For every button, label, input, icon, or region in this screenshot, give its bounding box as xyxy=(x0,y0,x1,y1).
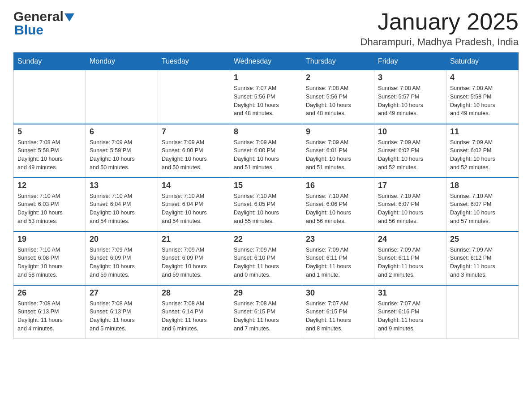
day-number: 24 xyxy=(378,235,442,244)
day-info: Sunrise: 7:10 AM Sunset: 6:04 PM Dayligh… xyxy=(90,192,154,226)
col-header-sunday: Sunday xyxy=(14,53,86,70)
day-number: 22 xyxy=(234,235,298,244)
calendar-cell: 28Sunrise: 7:08 AM Sunset: 6:14 PM Dayli… xyxy=(158,285,230,339)
day-number: 11 xyxy=(450,127,515,137)
calendar-cell: 5Sunrise: 7:08 AM Sunset: 5:58 PM Daylig… xyxy=(14,124,86,178)
day-number: 15 xyxy=(234,181,298,190)
day-number: 18 xyxy=(450,181,515,190)
col-header-thursday: Thursday xyxy=(302,53,374,70)
col-header-monday: Monday xyxy=(86,53,158,70)
calendar-week-row: 1Sunrise: 7:07 AM Sunset: 5:56 PM Daylig… xyxy=(14,70,519,124)
day-info: Sunrise: 7:08 AM Sunset: 5:58 PM Dayligh… xyxy=(17,138,82,172)
day-number: 16 xyxy=(306,181,370,190)
calendar-cell: 12Sunrise: 7:10 AM Sunset: 6:03 PM Dayli… xyxy=(14,178,86,231)
calendar-table: SundayMondayTuesdayWednesdayThursdayFrid… xyxy=(13,52,519,339)
day-info: Sunrise: 7:09 AM Sunset: 6:09 PM Dayligh… xyxy=(162,246,226,279)
day-number: 17 xyxy=(378,181,442,190)
calendar-week-row: 12Sunrise: 7:10 AM Sunset: 6:03 PM Dayli… xyxy=(14,178,519,231)
calendar-cell: 13Sunrise: 7:10 AM Sunset: 6:04 PM Dayli… xyxy=(86,178,158,231)
day-number: 14 xyxy=(162,181,226,190)
day-number: 13 xyxy=(90,181,154,190)
day-number: 28 xyxy=(162,288,226,298)
page-header: General Blue January 2025 Dharampuri, Ma… xyxy=(13,9,519,48)
col-header-saturday: Saturday xyxy=(446,53,519,70)
day-info: Sunrise: 7:08 AM Sunset: 6:13 PM Dayligh… xyxy=(17,300,82,333)
day-number: 4 xyxy=(450,73,515,82)
day-info: Sunrise: 7:10 AM Sunset: 6:07 PM Dayligh… xyxy=(450,192,515,226)
day-info: Sunrise: 7:08 AM Sunset: 6:13 PM Dayligh… xyxy=(90,300,154,333)
day-number: 21 xyxy=(162,235,226,244)
calendar-cell: 11Sunrise: 7:09 AM Sunset: 6:02 PM Dayli… xyxy=(446,124,519,178)
day-info: Sunrise: 7:09 AM Sunset: 6:11 PM Dayligh… xyxy=(306,246,370,279)
day-info: Sunrise: 7:07 AM Sunset: 6:16 PM Dayligh… xyxy=(378,300,442,333)
day-number: 9 xyxy=(306,127,370,137)
calendar-header-row: SundayMondayTuesdayWednesdayThursdayFrid… xyxy=(14,53,519,70)
calendar-cell: 7Sunrise: 7:09 AM Sunset: 6:00 PM Daylig… xyxy=(158,124,230,178)
calendar-cell: 20Sunrise: 7:09 AM Sunset: 6:09 PM Dayli… xyxy=(86,231,158,285)
day-info: Sunrise: 7:10 AM Sunset: 6:03 PM Dayligh… xyxy=(17,192,82,226)
col-header-tuesday: Tuesday xyxy=(158,53,230,70)
day-info: Sunrise: 7:09 AM Sunset: 6:01 PM Dayligh… xyxy=(306,138,370,172)
day-info: Sunrise: 7:07 AM Sunset: 5:56 PM Dayligh… xyxy=(234,84,298,118)
day-info: Sunrise: 7:10 AM Sunset: 6:07 PM Dayligh… xyxy=(378,192,442,226)
calendar-cell xyxy=(14,70,86,124)
calendar-cell: 15Sunrise: 7:10 AM Sunset: 6:05 PM Dayli… xyxy=(230,178,302,231)
day-number: 6 xyxy=(90,127,154,137)
day-info: Sunrise: 7:10 AM Sunset: 6:06 PM Dayligh… xyxy=(306,192,370,226)
logo-general-text: General xyxy=(13,9,64,24)
day-info: Sunrise: 7:10 AM Sunset: 6:04 PM Dayligh… xyxy=(162,192,226,226)
logo-blue-text: Blue xyxy=(13,22,43,38)
col-header-friday: Friday xyxy=(374,53,446,70)
calendar-cell: 31Sunrise: 7:07 AM Sunset: 6:16 PM Dayli… xyxy=(374,285,446,339)
day-info: Sunrise: 7:09 AM Sunset: 6:02 PM Dayligh… xyxy=(378,138,442,172)
calendar-cell: 2Sunrise: 7:08 AM Sunset: 5:56 PM Daylig… xyxy=(302,70,374,124)
calendar-cell: 4Sunrise: 7:08 AM Sunset: 5:58 PM Daylig… xyxy=(446,70,519,124)
day-info: Sunrise: 7:09 AM Sunset: 6:00 PM Dayligh… xyxy=(234,138,298,172)
day-info: Sunrise: 7:09 AM Sunset: 6:12 PM Dayligh… xyxy=(450,246,515,279)
day-number: 23 xyxy=(306,235,370,244)
title-section: January 2025 Dharampuri, Madhya Pradesh,… xyxy=(360,9,519,48)
calendar-cell: 21Sunrise: 7:09 AM Sunset: 6:09 PM Dayli… xyxy=(158,231,230,285)
calendar-subtitle: Dharampuri, Madhya Pradesh, India xyxy=(360,36,519,48)
day-info: Sunrise: 7:09 AM Sunset: 6:09 PM Dayligh… xyxy=(90,246,154,279)
day-number: 12 xyxy=(17,181,82,190)
day-number: 27 xyxy=(90,288,154,298)
day-number: 8 xyxy=(234,127,298,137)
logo-triangle-icon xyxy=(64,13,74,21)
day-info: Sunrise: 7:08 AM Sunset: 6:15 PM Dayligh… xyxy=(234,300,298,333)
day-info: Sunrise: 7:08 AM Sunset: 5:57 PM Dayligh… xyxy=(378,84,442,118)
calendar-cell: 14Sunrise: 7:10 AM Sunset: 6:04 PM Dayli… xyxy=(158,178,230,231)
day-info: Sunrise: 7:10 AM Sunset: 6:08 PM Dayligh… xyxy=(17,246,82,279)
day-number: 30 xyxy=(306,288,370,298)
calendar-cell: 19Sunrise: 7:10 AM Sunset: 6:08 PM Dayli… xyxy=(14,231,86,285)
calendar-cell: 1Sunrise: 7:07 AM Sunset: 5:56 PM Daylig… xyxy=(230,70,302,124)
calendar-cell: 27Sunrise: 7:08 AM Sunset: 6:13 PM Dayli… xyxy=(86,285,158,339)
day-info: Sunrise: 7:09 AM Sunset: 6:10 PM Dayligh… xyxy=(234,246,298,279)
calendar-cell: 8Sunrise: 7:09 AM Sunset: 6:00 PM Daylig… xyxy=(230,124,302,178)
day-number: 10 xyxy=(378,127,442,137)
calendar-cell: 17Sunrise: 7:10 AM Sunset: 6:07 PM Dayli… xyxy=(374,178,446,231)
day-info: Sunrise: 7:07 AM Sunset: 6:15 PM Dayligh… xyxy=(306,300,370,333)
day-number: 29 xyxy=(234,288,298,298)
calendar-cell: 26Sunrise: 7:08 AM Sunset: 6:13 PM Dayli… xyxy=(14,285,86,339)
day-number: 1 xyxy=(234,73,298,82)
day-number: 5 xyxy=(17,127,82,137)
calendar-cell: 16Sunrise: 7:10 AM Sunset: 6:06 PM Dayli… xyxy=(302,178,374,231)
day-info: Sunrise: 7:09 AM Sunset: 6:02 PM Dayligh… xyxy=(450,138,515,172)
calendar-cell xyxy=(86,70,158,124)
logo: General Blue xyxy=(13,9,74,38)
day-info: Sunrise: 7:08 AM Sunset: 5:56 PM Dayligh… xyxy=(306,84,370,118)
calendar-cell: 3Sunrise: 7:08 AM Sunset: 5:57 PM Daylig… xyxy=(374,70,446,124)
svg-marker-0 xyxy=(64,13,74,21)
calendar-cell: 18Sunrise: 7:10 AM Sunset: 6:07 PM Dayli… xyxy=(446,178,519,231)
calendar-cell: 22Sunrise: 7:09 AM Sunset: 6:10 PM Dayli… xyxy=(230,231,302,285)
calendar-cell: 9Sunrise: 7:09 AM Sunset: 6:01 PM Daylig… xyxy=(302,124,374,178)
calendar-cell: 24Sunrise: 7:09 AM Sunset: 6:11 PM Dayli… xyxy=(374,231,446,285)
calendar-week-row: 26Sunrise: 7:08 AM Sunset: 6:13 PM Dayli… xyxy=(14,285,519,339)
calendar-cell: 29Sunrise: 7:08 AM Sunset: 6:15 PM Dayli… xyxy=(230,285,302,339)
day-info: Sunrise: 7:10 AM Sunset: 6:05 PM Dayligh… xyxy=(234,192,298,226)
day-info: Sunrise: 7:09 AM Sunset: 5:59 PM Dayligh… xyxy=(90,138,154,172)
day-number: 26 xyxy=(17,288,82,298)
day-info: Sunrise: 7:09 AM Sunset: 6:00 PM Dayligh… xyxy=(162,138,226,172)
calendar-title: January 2025 xyxy=(360,9,519,34)
